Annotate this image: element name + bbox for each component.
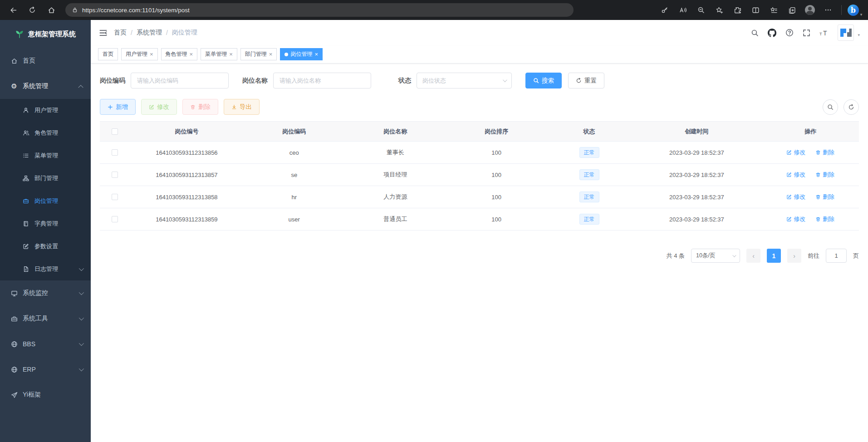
org-tree-icon xyxy=(22,175,30,182)
sidebar-item-menu-management[interactable]: 菜单管理 xyxy=(0,144,91,167)
password-key-button[interactable] xyxy=(656,2,673,18)
row-checkbox[interactable] xyxy=(112,149,118,156)
row-checkbox[interactable] xyxy=(112,216,118,222)
favorites-button[interactable] xyxy=(765,2,782,18)
export-button[interactable]: 导出 xyxy=(224,99,260,115)
close-icon[interactable]: × xyxy=(229,51,233,57)
font-size-icon[interactable]: TT xyxy=(819,29,829,37)
cell-created: 2023-03-29 18:52:37 xyxy=(631,172,762,178)
sidebar-item-parameter-settings[interactable]: 参数设置 xyxy=(0,235,91,258)
search-icon[interactable] xyxy=(751,29,759,37)
breadcrumb-system[interactable]: 系统管理 xyxy=(137,29,162,37)
status-select[interactable]: 岗位状态 xyxy=(417,73,512,88)
sidebar-item-post-management[interactable]: 岗位管理 xyxy=(0,190,91,212)
sidebar-item-system-monitoring[interactable]: 系统监控 xyxy=(0,280,91,306)
tab-user-management[interactable]: 用户管理 × xyxy=(121,48,158,60)
sidebar-item-role-management[interactable]: 角色管理 xyxy=(0,122,91,144)
page-number-button[interactable]: 1 xyxy=(767,249,781,263)
fullscreen-icon[interactable] xyxy=(803,29,810,37)
add-button-label: 新增 xyxy=(116,103,128,111)
reset-button[interactable]: 重置 xyxy=(568,73,604,88)
sidebar-item-label: 菜单管理 xyxy=(34,152,58,160)
split-screen-button[interactable] xyxy=(747,2,764,18)
row-checkbox[interactable] xyxy=(112,172,118,178)
copilot-sidebar-button[interactable]: b ▾ xyxy=(846,2,863,18)
post-name-input[interactable] xyxy=(273,73,371,88)
column-header-actions: 操作 xyxy=(762,128,859,136)
split-screen-icon xyxy=(752,6,760,14)
book-icon xyxy=(22,221,30,227)
sidebar-item-user-management[interactable]: 用户管理 xyxy=(0,99,91,122)
sidebar-item-home[interactable]: 首页 xyxy=(0,48,91,74)
back-icon xyxy=(10,6,17,14)
tab-menu-management[interactable]: 菜单管理 × xyxy=(201,48,237,60)
add-button[interactable]: 新增 xyxy=(100,99,136,115)
plus-icon xyxy=(108,104,113,110)
zoom-button[interactable] xyxy=(692,2,710,18)
settings-menu-button[interactable] xyxy=(819,2,837,18)
post-code-input[interactable] xyxy=(131,73,229,88)
tab-department-management[interactable]: 部门管理 × xyxy=(240,48,277,60)
tab-role-management[interactable]: 角色管理 × xyxy=(161,48,198,60)
user-icon xyxy=(22,107,30,113)
row-delete-link[interactable]: 删除 xyxy=(815,215,834,223)
delete-button[interactable]: 删除 xyxy=(182,99,218,115)
row-edit-link[interactable]: 修改 xyxy=(786,215,805,223)
row-checkbox[interactable] xyxy=(112,194,118,200)
goto-page-input[interactable] xyxy=(826,249,847,263)
next-page-button[interactable]: › xyxy=(787,249,801,263)
sidebar-item-erp[interactable]: ERP xyxy=(0,357,91,382)
tab-post-management[interactable]: 岗位管理 × xyxy=(280,48,323,60)
edit-button-label: 修改 xyxy=(157,103,169,111)
collections-button[interactable] xyxy=(783,2,800,18)
trash-icon xyxy=(815,216,821,222)
back-button[interactable] xyxy=(5,2,22,18)
magnifier-minus-icon xyxy=(697,6,705,14)
row-edit-link[interactable]: 修改 xyxy=(786,148,805,157)
row-delete-link[interactable]: 删除 xyxy=(815,171,834,179)
refresh-table-button[interactable] xyxy=(843,99,859,115)
address-bar[interactable]: https://ccnetcore.com:1101/system/post xyxy=(65,3,574,17)
refresh-icon xyxy=(576,78,582,83)
add-favorite-button[interactable] xyxy=(711,2,728,18)
sidebar-item-system-tools[interactable]: 系统工具 xyxy=(0,306,91,331)
sidebar-item-bbs[interactable]: BBS xyxy=(0,331,91,357)
close-icon[interactable]: × xyxy=(190,51,193,57)
app-logo[interactable]: 意框架管理系统 xyxy=(0,20,91,48)
key-icon xyxy=(661,6,668,14)
row-delete-link[interactable]: 删除 xyxy=(815,148,834,157)
sidebar-item-yi-framework[interactable]: Yi框架 xyxy=(0,382,91,408)
cell-post-code: se xyxy=(244,172,345,178)
github-icon[interactable] xyxy=(768,29,776,37)
breadcrumb-home[interactable]: 首页 xyxy=(114,29,127,37)
active-tab-dot xyxy=(284,53,288,56)
sidebar-item-system-management[interactable]: ⚙ 系统管理 xyxy=(0,74,91,99)
tab-home[interactable]: 首页 xyxy=(98,48,118,60)
show-search-button[interactable] xyxy=(823,99,838,115)
sidebar: 意框架管理系统 首页 ⚙ 系统管理 用户管理 角 xyxy=(0,20,91,442)
user-avatar[interactable] xyxy=(838,25,854,41)
sidebar-item-log-management[interactable]: 日志管理 xyxy=(0,258,91,280)
prev-page-button[interactable]: ‹ xyxy=(746,249,760,263)
close-icon[interactable]: × xyxy=(269,51,273,57)
sidebar-item-department-management[interactable]: 部门管理 xyxy=(0,167,91,190)
close-icon[interactable]: × xyxy=(150,51,153,57)
collapse-sidebar-icon[interactable] xyxy=(99,29,108,37)
help-icon[interactable] xyxy=(785,29,794,37)
profile-button[interactable] xyxy=(801,2,819,18)
close-icon[interactable]: × xyxy=(314,51,318,57)
edit-button[interactable]: 修改 xyxy=(141,99,177,115)
sidebar-item-dictionary-management[interactable]: 字典管理 xyxy=(0,212,91,235)
search-button[interactable]: 搜索 xyxy=(525,73,562,88)
extensions-button[interactable] xyxy=(729,2,746,18)
cell-post-sort: 100 xyxy=(446,194,547,201)
read-aloud-button[interactable] xyxy=(674,2,691,18)
page-size-select[interactable]: 10条/页 xyxy=(691,249,740,263)
row-edit-link[interactable]: 修改 xyxy=(786,193,805,201)
row-edit-link[interactable]: 修改 xyxy=(786,171,805,179)
select-all-checkbox[interactable] xyxy=(112,128,118,135)
home-button[interactable] xyxy=(43,2,60,18)
refresh-button[interactable] xyxy=(24,2,41,18)
trash-icon xyxy=(815,172,821,177)
row-delete-link[interactable]: 删除 xyxy=(815,193,834,201)
